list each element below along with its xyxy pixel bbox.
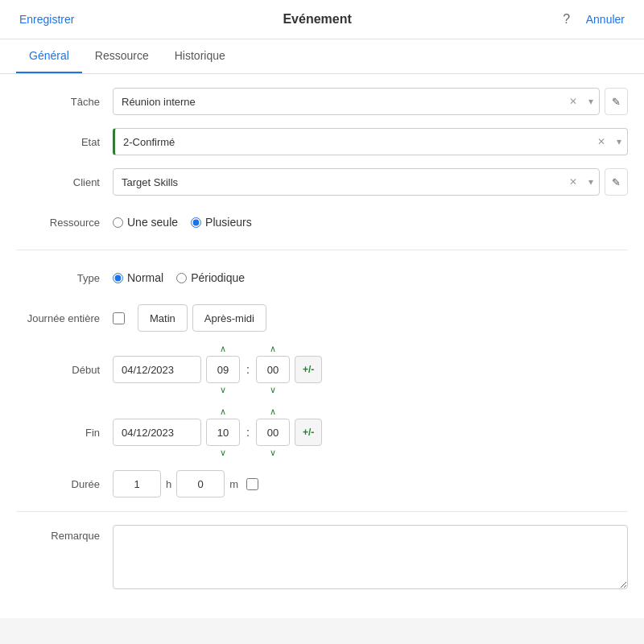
debut-hours-spinner: ∧ 09 ∨ <box>206 344 240 395</box>
remarque-row: Remarque <box>16 525 628 589</box>
etat-control: ✕ ▾ <box>113 128 628 155</box>
debut-label: Début <box>16 364 113 376</box>
tab-general[interactable]: Général <box>16 39 82 73</box>
remarque-section: Remarque <box>16 512 628 602</box>
duree-row: Durée h m <box>16 469 628 498</box>
remarque-textarea[interactable] <box>113 525 628 589</box>
type-radio-group: Normal Périodique <box>113 271 245 284</box>
debut-time-sep: : <box>245 363 251 376</box>
debut-control: ∧ 09 ∨ : ∧ 00 ∨ +/- <box>113 344 628 395</box>
debut-minutes-up[interactable]: ∧ <box>267 344 279 354</box>
fin-hours-down[interactable]: ∨ <box>217 448 229 458</box>
type-normal[interactable]: Normal <box>113 271 163 284</box>
ressource-row: Ressource Une seule Plusieurs <box>16 208 628 237</box>
fin-hours-spinner: ∧ 10 ∨ <box>206 407 240 458</box>
tache-dropdown-button[interactable]: ▾ <box>583 89 599 114</box>
tab-historique[interactable]: Historique <box>162 39 238 73</box>
ressource-control: Une seule Plusieurs <box>113 216 628 229</box>
journee-entiere-row: Journée entière Matin Après-midi <box>16 303 628 332</box>
fin-row: Fin ∧ 10 ∨ : ∧ 00 ∨ +/- <box>16 407 628 458</box>
ressource-une-seule-radio[interactable] <box>113 217 123 228</box>
page-title: Evénement <box>283 12 351 27</box>
fin-date-input[interactable] <box>113 419 201 446</box>
matin-button[interactable]: Matin <box>138 304 188 332</box>
debut-hours-down[interactable]: ∨ <box>217 385 229 395</box>
section-1: Tâche ✕ ▾ ✎ Etat ✕ ▾ C <box>16 74 628 250</box>
etat-dropdown-button[interactable]: ▾ <box>611 129 627 155</box>
tache-edit-button[interactable]: ✎ <box>605 88 628 115</box>
type-control: Normal Périodique <box>113 271 628 284</box>
top-bar-left: Enregistrer <box>16 11 77 27</box>
type-periodique[interactable]: Périodique <box>176 271 245 284</box>
journee-entiere-checkbox[interactable] <box>113 312 125 324</box>
tache-label: Tâche <box>16 96 113 108</box>
debut-minutes-down[interactable]: ∨ <box>267 385 279 395</box>
remarque-label: Remarque <box>16 525 113 542</box>
tache-clear-button[interactable]: ✕ <box>564 89 583 114</box>
etat-label: Etat <box>16 136 113 148</box>
fin-minutes-down[interactable]: ∨ <box>267 448 279 458</box>
etat-input[interactable] <box>115 129 592 155</box>
journee-entiere-checkbox-wrap[interactable] <box>113 312 125 324</box>
tab-ressource[interactable]: Ressource <box>82 39 162 73</box>
duree-h-label: h <box>166 478 171 490</box>
etat-input-wrapper: ✕ ▾ <box>113 128 628 155</box>
type-periodique-radio[interactable] <box>176 273 187 283</box>
top-bar: Enregistrer Evénement ? Annuler <box>0 0 644 39</box>
duree-checkbox[interactable] <box>246 478 258 490</box>
journee-entiere-label: Journée entière <box>16 312 113 324</box>
remarque-control <box>113 525 628 589</box>
ressource-plusieurs-radio[interactable] <box>191 217 201 228</box>
tache-input[interactable] <box>114 89 564 114</box>
ressource-plusieurs-label: Plusieurs <box>205 216 252 229</box>
top-bar-right: ? Annuler <box>557 10 628 29</box>
type-label: Type <box>16 272 113 284</box>
ressource-label: Ressource <box>16 217 113 229</box>
client-clear-button[interactable]: ✕ <box>564 169 583 195</box>
etat-row: Etat ✕ ▾ <box>16 127 628 156</box>
help-button[interactable]: ? <box>557 10 576 29</box>
type-normal-label: Normal <box>127 271 163 284</box>
fin-label: Fin <box>16 427 113 439</box>
duree-hours-input[interactable] <box>113 470 161 497</box>
apresmidi-button[interactable]: Après-midi <box>192 304 266 332</box>
tabs-bar: Général Ressource Historique <box>0 39 644 74</box>
ressource-radio-group: Une seule Plusieurs <box>113 216 252 229</box>
form-container: Tâche ✕ ▾ ✎ Etat ✕ ▾ C <box>0 74 644 618</box>
duree-minutes-input[interactable] <box>176 470 225 497</box>
journee-entiere-control: Matin Après-midi <box>113 304 628 332</box>
fin-hours-up[interactable]: ∧ <box>217 407 229 417</box>
cancel-button[interactable]: Annuler <box>583 11 628 27</box>
tache-input-wrapper: ✕ ▾ <box>113 88 600 115</box>
client-dropdown-button[interactable]: ▾ <box>583 169 599 195</box>
duree-control: h m <box>113 470 628 497</box>
type-periodique-label: Périodique <box>191 271 245 284</box>
etat-clear-button[interactable]: ✕ <box>592 129 611 155</box>
save-button[interactable]: Enregistrer <box>16 11 77 27</box>
fin-plusminus-button[interactable]: +/- <box>295 419 322 446</box>
debut-plusminus-button[interactable]: +/- <box>295 356 322 383</box>
section-2: Type Normal Périodique Journée entière <box>16 250 628 512</box>
ressource-une-seule-label: Une seule <box>127 216 178 229</box>
ressource-plusieurs[interactable]: Plusieurs <box>191 216 252 229</box>
fin-minutes-up[interactable]: ∧ <box>267 407 279 417</box>
debut-hours-up[interactable]: ∧ <box>217 344 229 354</box>
fin-minutes-value: 00 <box>256 419 290 446</box>
client-row: Client ✕ ▾ ✎ <box>16 167 628 196</box>
type-normal-radio[interactable] <box>113 273 123 283</box>
client-input[interactable] <box>114 169 564 195</box>
fin-control: ∧ 10 ∨ : ∧ 00 ∨ +/- <box>113 407 628 458</box>
tache-row: Tâche ✕ ▾ ✎ <box>16 87 628 116</box>
ressource-une-seule[interactable]: Une seule <box>113 216 178 229</box>
client-label: Client <box>16 176 113 188</box>
client-edit-button[interactable]: ✎ <box>605 168 628 196</box>
duree-label: Durée <box>16 478 113 490</box>
fin-minutes-spinner: ∧ 00 ∨ <box>256 407 290 458</box>
debut-date-input[interactable] <box>113 356 201 383</box>
debut-minutes-value: 00 <box>256 356 290 383</box>
duration-wrap: h m <box>113 470 258 497</box>
debut-row: Début ∧ 09 ∨ : ∧ 00 ∨ +/- <box>16 344 628 395</box>
half-day-buttons: Matin Après-midi <box>138 304 266 332</box>
debut-hours-value: 09 <box>206 356 240 383</box>
client-control: ✕ ▾ ✎ <box>113 168 628 196</box>
